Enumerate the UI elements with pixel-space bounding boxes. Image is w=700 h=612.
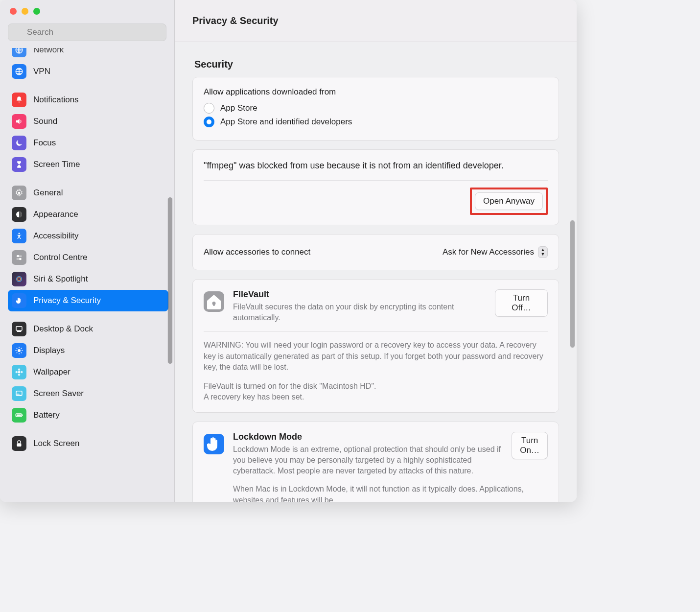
sidebar-item-lock-screen[interactable]: Lock Screen <box>8 433 168 454</box>
blocked-app-message: "ffmpeg" was blocked from use because it… <box>204 160 548 171</box>
svg-point-6 <box>19 233 20 234</box>
svg-point-25 <box>18 369 21 371</box>
filevault-title: FileVault <box>233 289 488 300</box>
section-heading-security: Security <box>194 59 559 70</box>
svg-point-8 <box>17 256 19 257</box>
content-scroll-area[interactable]: Security Allow applications downloaded f… <box>175 42 577 502</box>
main-scrollbar[interactable] <box>569 44 576 500</box>
accessibility-icon <box>12 229 26 243</box>
sidebar-item-control-centre[interactable]: Control Centre <box>8 247 168 268</box>
flower-icon <box>12 365 26 379</box>
open-anyway-button[interactable]: Open Anyway <box>475 192 543 210</box>
sidebar-item-label: General <box>33 188 63 198</box>
sidebar-item-vpn[interactable]: VPN <box>8 61 168 82</box>
sidebar-item-accessibility[interactable]: Accessibility <box>8 225 168 247</box>
svg-rect-13 <box>16 327 22 330</box>
screensaver-icon <box>12 386 26 401</box>
sidebar: Network VPN Notifications Sound <box>0 0 175 502</box>
main-panel: Privacy & Security Security Allow applic… <box>175 0 577 502</box>
sidebar-item-label: Appearance <box>33 210 78 219</box>
svg-rect-33 <box>17 443 22 447</box>
sidebar-scrollbar-thumb[interactable] <box>168 197 172 364</box>
sidebar-item-privacy-security[interactable]: Privacy & Security <box>8 290 168 311</box>
radio-app-store-identified-developers[interactable]: App Store and identified developers <box>204 117 548 127</box>
system-settings-window: Network VPN Notifications Sound <box>0 0 577 502</box>
svg-line-22 <box>17 353 18 353</box>
search-input[interactable] <box>8 24 166 41</box>
globe-icon <box>12 48 26 57</box>
battery-icon <box>12 408 26 423</box>
minimize-window-button[interactable] <box>22 8 28 15</box>
search-container <box>0 20 174 48</box>
allow-apps-label: Allow applications downloaded from <box>204 87 548 97</box>
filevault-status: FileVault is turned on for the disk "Mac… <box>204 381 548 403</box>
svg-rect-32 <box>22 415 23 416</box>
page-title: Privacy & Security <box>175 0 577 42</box>
radio-checked-icon <box>204 117 214 127</box>
lockdown-hand-icon <box>204 434 224 454</box>
accessories-card: Allow accessories to connect Ask for New… <box>192 234 559 270</box>
sidebar-item-wallpaper[interactable]: Wallpaper <box>8 361 168 383</box>
sidebar-item-label: VPN <box>33 67 50 76</box>
sidebar-item-network[interactable]: Network <box>8 48 168 61</box>
blocked-app-card: "ffmpeg" was blocked from use because it… <box>192 149 559 225</box>
svg-line-21 <box>21 353 22 353</box>
sidebar-item-displays[interactable]: Displays <box>8 340 168 361</box>
open-anyway-highlight: Open Anyway <box>470 188 548 215</box>
sidebar-item-label: Displays <box>33 346 65 355</box>
maximize-window-button[interactable] <box>33 8 40 15</box>
svg-point-12 <box>18 278 21 281</box>
sidebar-item-label: Sound <box>33 117 57 126</box>
svg-point-28 <box>21 371 23 374</box>
sidebar-item-label: Lock Screen <box>33 439 80 448</box>
sidebar-scrollbar[interactable] <box>167 197 173 364</box>
svg-point-26 <box>18 374 21 376</box>
radio-app-store[interactable]: App Store <box>204 103 548 114</box>
sidebar-item-screen-time[interactable]: Screen Time <box>8 154 168 175</box>
filevault-card: FileVault FileVault secures the data on … <box>192 279 559 413</box>
filevault-house-icon <box>204 291 224 312</box>
radio-label: App Store <box>220 103 257 113</box>
moon-icon <box>12 136 26 150</box>
sidebar-item-appearance[interactable]: Appearance <box>8 204 168 225</box>
main-scrollbar-thumb[interactable] <box>570 220 575 348</box>
sidebar-item-desktop-dock[interactable]: Desktop & Dock <box>8 318 168 340</box>
filevault-warning: WARNING: You will need your login passwo… <box>204 340 548 373</box>
window-controls <box>0 6 174 20</box>
filevault-desc: FileVault secures the data on your disk … <box>233 302 488 323</box>
bell-icon <box>12 93 26 107</box>
svg-point-4 <box>18 192 21 194</box>
svg-rect-31 <box>17 415 21 416</box>
sidebar-item-label: Control Centre <box>33 253 88 262</box>
gear-icon <box>12 186 26 200</box>
sidebar-item-label: Siri & Spotlight <box>33 274 88 284</box>
accessories-select[interactable]: Ask for New Accessories ▲▼ <box>443 246 548 258</box>
filevault-status-line2: A recovery key has been set. <box>204 392 548 402</box>
sidebar-item-notifications[interactable]: Notifications <box>8 89 168 111</box>
sidebar-item-siri-spotlight[interactable]: Siri & Spotlight <box>8 268 168 290</box>
appearance-icon <box>12 207 26 222</box>
lockdown-turn-on-button[interactable]: Turn On… <box>512 432 548 459</box>
sidebar-item-battery[interactable]: Battery <box>8 404 168 426</box>
lock-icon <box>12 436 26 451</box>
svg-point-27 <box>16 371 18 374</box>
sidebar-item-focus[interactable]: Focus <box>8 132 168 154</box>
sun-icon <box>12 343 26 358</box>
sliders-icon <box>12 250 26 265</box>
siri-icon <box>12 272 26 286</box>
close-window-button[interactable] <box>10 8 17 15</box>
hand-icon <box>12 293 26 308</box>
hourglass-icon <box>12 157 26 172</box>
lockdown-card: Lockdown Mode Lockdown Mode is an extrem… <box>192 422 559 502</box>
accessories-value: Ask for New Accessories <box>443 247 534 257</box>
svg-line-20 <box>17 348 18 349</box>
updown-stepper-icon: ▲▼ <box>538 246 548 258</box>
svg-line-23 <box>21 348 22 349</box>
sidebar-item-label: Screen Saver <box>33 389 84 399</box>
filevault-turn-off-button[interactable]: Turn Off… <box>495 289 548 317</box>
sidebar-item-general[interactable]: General <box>8 182 168 204</box>
sidebar-item-label: Screen Time <box>33 160 80 169</box>
sidebar-item-sound[interactable]: Sound <box>8 111 168 132</box>
sidebar-nav: Network VPN Notifications Sound <box>0 48 174 502</box>
sidebar-item-screen-saver[interactable]: Screen Saver <box>8 383 168 404</box>
